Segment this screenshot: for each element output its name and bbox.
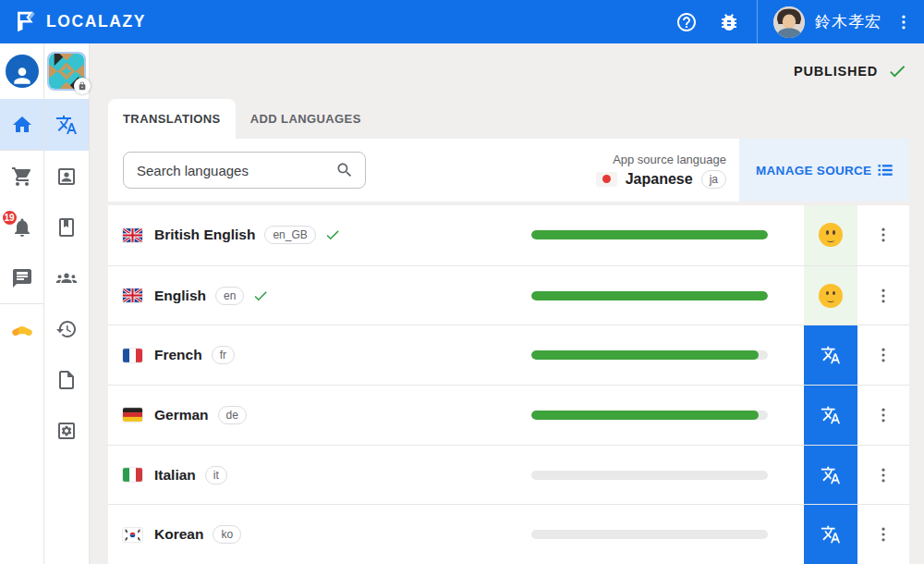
sidebar-item-glossary[interactable] [44,202,89,252]
list-icon [876,161,894,179]
language-name: French [154,347,202,363]
bug-report-icon[interactable] [718,11,740,33]
translate-icon [821,524,841,545]
language-flag-icon [123,228,142,242]
translate-button[interactable] [804,446,857,505]
group-icon [55,267,78,289]
history-icon [55,318,78,340]
manage-source-button[interactable]: MANAGE SOURCE [739,139,909,202]
settings-icon [55,420,78,442]
tab-translations[interactable]: TRANSLATIONS [108,99,236,139]
language-name: German [154,407,209,423]
language-name: British English [154,227,255,243]
language-row: French fr [108,325,909,385]
translate-button[interactable] [804,386,857,445]
published-check-icon [887,61,907,81]
row-menu[interactable] [857,386,909,445]
row-menu[interactable] [857,205,909,265]
top-bar: LOCALAZY 鈴木孝宏 [0,0,924,43]
translation-progress-bar [531,230,768,239]
translate-icon [821,465,841,485]
contact-card-icon [55,166,78,188]
language-flag-icon [123,288,142,302]
row-menu[interactable] [857,505,909,564]
approved-check-icon [324,227,341,243]
localazy-logo[interactable]: LOCALAZY [13,9,146,34]
translate-button[interactable] [804,325,857,385]
review-status-cell [804,205,857,265]
language-code-badge: ko [213,525,241,544]
shopping-cart-icon [11,166,33,188]
sidebar-item-community[interactable] [0,304,43,355]
sidebar-item-contributors[interactable] [44,252,89,303]
sidebar-item-files[interactable] [44,354,89,405]
sidebar-item-home[interactable] [0,99,43,151]
sidebar-item-notifications[interactable]: 19 [0,202,43,252]
language-list: British English en_GB English en French … [108,205,909,564]
language-name: Korean [154,526,203,543]
language-row: Italian it [108,445,909,505]
manage-source-label: MANAGE SOURCE [756,164,871,178]
tab-add-languages[interactable]: ADD LANGUAGES [236,99,376,139]
language-row: British English en_GB [108,205,909,265]
kebab-menu-icon [874,525,893,544]
language-name: English [154,288,206,304]
language-name: Italian [154,467,196,484]
project-sidebar [44,43,90,564]
language-flag-icon [123,349,142,362]
publish-status-label: PUBLISHED [794,64,878,79]
user-avatar[interactable] [773,6,805,38]
primary-sidebar: 19 [0,43,44,564]
help-icon[interactable] [675,11,698,33]
sidebar-item-translations[interactable] [44,99,89,151]
japan-flag-icon [596,172,617,187]
localazy-logo-icon [13,9,38,34]
search-input[interactable] [123,152,366,189]
translate-icon [821,345,841,365]
kebab-menu-icon [874,226,893,244]
translate-icon [821,405,841,425]
language-code-badge: it [205,466,227,484]
profile-avatar-icon[interactable] [6,55,39,88]
sidebar-item-settings[interactable] [44,405,89,456]
toolbar: App source language Japanese ja MANAGE S… [108,139,909,202]
source-language-name: Japanese [626,171,693,188]
row-menu[interactable] [857,325,909,385]
tab-bar: TRANSLATIONS ADD LANGUAGES [108,99,909,139]
translation-progress-bar [531,471,768,480]
book-icon [55,216,78,239]
language-flag-icon [123,408,142,422]
language-code-badge: de [218,406,247,424]
brand-name: LOCALAZY [46,12,146,31]
language-flag-icon [123,468,142,482]
file-icon [55,369,78,391]
user-name[interactable]: 鈴木孝宏 [815,11,881,32]
language-code-badge: en [215,287,244,305]
translate-icon [55,114,78,136]
header-kebab-menu-icon[interactable] [894,13,913,31]
language-flag-icon [123,528,142,542]
publish-status: PUBLISHED [108,43,909,99]
row-menu[interactable] [857,266,909,325]
review-status-cell [804,266,857,325]
sidebar-item-app[interactable] [44,43,89,99]
kebab-menu-icon [874,406,893,424]
smiley-icon [819,223,843,247]
chat-icon [11,267,33,289]
sidebar-item-history[interactable] [44,303,89,354]
source-language-code: ja [701,170,726,189]
sidebar-item-contributors-card[interactable] [44,151,89,202]
kebab-menu-icon [874,287,893,305]
lock-badge-icon [74,78,91,94]
language-code-badge: en_GB [264,226,315,244]
row-menu[interactable] [857,446,909,505]
sidebar-item-messages[interactable] [0,252,43,303]
translate-button[interactable] [804,505,857,564]
notification-badge: 19 [1,209,18,227]
kebab-menu-icon [874,466,893,484]
handshake-icon [11,319,33,341]
language-code-badge: fr [212,346,235,364]
sidebar-item-store[interactable] [0,151,43,202]
header-divider [757,0,758,43]
kebab-menu-icon [874,346,893,364]
